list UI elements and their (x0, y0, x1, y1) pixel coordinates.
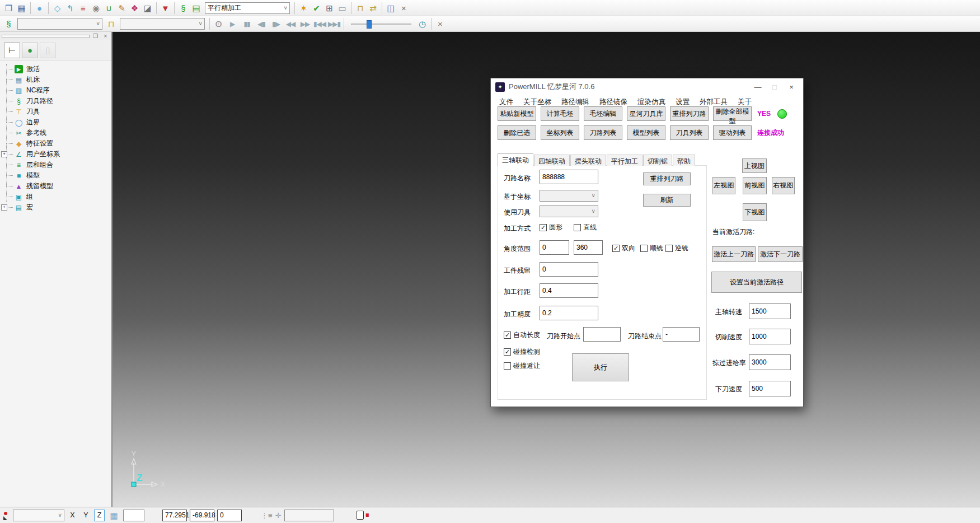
slider-thumb[interactable] (367, 20, 372, 29)
action-button-r2-0[interactable]: 删除已选 (498, 125, 536, 140)
pencil-edit-icon[interactable]: ✎ (115, 2, 128, 15)
toolpath-spring-icon[interactable]: § (177, 2, 190, 15)
spindle-speed-input[interactable] (749, 303, 791, 319)
tree-item-macros[interactable]: +▤宏 (0, 202, 111, 213)
action-button-r1-4[interactable]: 重排列刀路 (670, 106, 709, 121)
menu-item-3[interactable]: 路径镜像 (594, 97, 632, 107)
axis-x-button[interactable]: X (67, 510, 78, 521)
plunge-feed-input[interactable] (749, 381, 791, 396)
feedrate-icon[interactable]: ≡ (77, 2, 90, 15)
action-button-r2-5[interactable]: 驱动列表 (713, 125, 752, 140)
drill-icon[interactable]: ▼ (159, 2, 172, 15)
dialog-tab-2[interactable]: 摆头联动 (570, 155, 606, 166)
action-button-r1-5[interactable]: 删除全部模型 (713, 106, 752, 121)
skip-start-icon[interactable]: ▮◀◀ (312, 17, 327, 30)
tab-explorer-tree[interactable]: ⊢ (4, 43, 20, 58)
simulate-star-icon[interactable]: ✶ (297, 2, 310, 15)
clock-icon[interactable]: ◷ (416, 17, 429, 30)
graphics-viewport[interactable]: Y X Z ✦ PowerMILL 忆梦星河 7.0.6 — □ × 文件关于坐… (112, 32, 980, 507)
panel-grip[interactable]: ❐ × (0, 32, 111, 40)
dialog-tab-3[interactable]: 平行加工 (607, 155, 643, 166)
skip-end-icon[interactable]: ▶▶▮ (327, 17, 341, 30)
stock-allowance-input[interactable] (540, 262, 598, 277)
fast-forward-icon[interactable]: ▶▶ (298, 17, 312, 30)
tree-item-patterns[interactable]: ✂参考线 (0, 128, 111, 138)
tree-item-toolpaths[interactable]: §刀具路径 (0, 96, 111, 106)
save-icon[interactable]: ▦ (15, 2, 28, 15)
tree-item-levels-sets[interactable]: ≡层和组合 (0, 160, 111, 170)
menu-item-4[interactable]: 渲染仿真 (632, 97, 670, 107)
angle-to-input[interactable] (574, 240, 603, 255)
tool-pair-icon[interactable]: ⊓ (354, 2, 367, 15)
checkbox-line[interactable]: ✓直线 (574, 223, 597, 232)
tree-item-nc-programs[interactable]: ▥NC程序 (0, 85, 111, 96)
strategy-list-icon[interactable]: ▤ (190, 2, 203, 15)
float-panel-icon[interactable]: ❐ (91, 32, 100, 40)
rearrange-toolpaths-button[interactable]: 重排列刀路 (643, 172, 691, 185)
expand-icon[interactable]: + (1, 151, 7, 157)
speed-slider[interactable] (351, 19, 411, 29)
action-button-r1-1[interactable]: 计算毛坯 (541, 106, 579, 121)
tab-explorer-world[interactable]: ● (22, 43, 38, 58)
dialog-tab-5[interactable]: 帮助 (673, 155, 695, 166)
clipboard-pause-icon[interactable] (357, 511, 364, 520)
action-button-r2-3[interactable]: 模型列表 (627, 125, 665, 140)
checkbox-auto-length[interactable]: ✓自动长度 (504, 330, 540, 340)
tree-item-boundaries[interactable]: ◯边界 (0, 117, 111, 128)
menu-item-6[interactable]: 外部工具 (695, 97, 733, 107)
panel-scrollbar[interactable] (2, 35, 90, 38)
step-back-icon[interactable]: ◀▮ (254, 17, 269, 30)
action-button-r2-4[interactable]: 刀具列表 (670, 125, 709, 140)
menu-item-5[interactable]: 设置 (670, 97, 695, 107)
close-button[interactable]: × (783, 81, 800, 93)
tool-delete-icon[interactable]: ◪ (141, 2, 154, 15)
coord-base-select[interactable]: ˅ (540, 190, 598, 202)
expand-icon[interactable]: + (1, 204, 7, 211)
tab-explorer-trash[interactable]: ▯ (40, 43, 56, 58)
sim-tool-select[interactable]: ˅ (120, 18, 205, 30)
close-panel-icon[interactable]: × (101, 32, 110, 40)
block-icon[interactable]: ◇ (51, 2, 64, 15)
rewind-icon[interactable]: ◀◀ (283, 17, 298, 30)
cutting-feed-input[interactable] (749, 329, 791, 344)
verify-check-icon[interactable]: ✔ (310, 2, 323, 15)
workplane-select[interactable]: ˅ (13, 510, 64, 521)
menu-item-1[interactable]: 关于坐标 (518, 97, 556, 107)
menu-item-0[interactable]: 文件 (494, 97, 518, 107)
bulb-icon[interactable]: ʘ (212, 17, 225, 30)
refresh-button[interactable]: 刷新 (643, 194, 691, 207)
checkbox-collision-check[interactable]: ✓碰撞检测 (504, 347, 540, 357)
pause-icon[interactable]: ▮▮ (240, 17, 254, 30)
tree-item-activate[interactable]: ►激活 (0, 64, 111, 74)
checkbox-collision-avoid[interactable]: ✓碰撞避让 (504, 361, 540, 371)
skim-feed-input[interactable] (749, 354, 791, 370)
transform-arrows-icon[interactable]: ⇄ (367, 2, 379, 15)
tree-item-tools[interactable]: ⊤刀具 (0, 106, 111, 117)
coordinate-y-field[interactable]: -69.918 (190, 510, 214, 521)
points-icon[interactable]: ❖ (128, 2, 141, 15)
grid-snap-icon[interactable]: ▦ (107, 509, 120, 522)
dialog-titlebar[interactable]: ✦ PowerMILL 忆梦星河 7.0.6 — □ × (491, 78, 803, 95)
view-top-button[interactable]: 上视图 (742, 158, 767, 173)
cylinders-icon[interactable]: ◫ (385, 2, 397, 15)
toolpath-name-input[interactable] (540, 170, 598, 184)
menu-item-7[interactable]: 关于 (733, 97, 757, 107)
action-button-r1-0[interactable]: 粘贴新模型 (498, 106, 536, 121)
execute-button[interactable]: 执行 (572, 353, 629, 381)
action-button-r2-1[interactable]: 坐标列表 (541, 125, 579, 140)
action-button-r1-3[interactable]: 星河刀具库 (627, 106, 665, 121)
ruler-icon[interactable]: ▭ (336, 2, 349, 15)
grid-size-field[interactable] (123, 510, 144, 521)
tree-item-feature-sets[interactable]: ◆特征设置 (0, 138, 111, 149)
tree-item-groups[interactable]: ▣组 (0, 192, 111, 202)
step-forward-icon[interactable]: ▮▶ (269, 17, 283, 30)
start-point-input[interactable] (583, 327, 621, 342)
checkbox-bidirectional[interactable]: ✓双向 (612, 244, 635, 253)
axis-z-button[interactable]: Z (94, 510, 105, 521)
sim-toolpath-select[interactable]: ˅ (17, 18, 102, 30)
coordinate-x-field[interactable]: 77.2951 (162, 510, 187, 521)
tree-item-models[interactable]: ■模型 (0, 170, 111, 181)
set-active-path-button[interactable]: 设置当前激活路径 (711, 272, 802, 293)
open-file-icon[interactable]: ❒ (2, 2, 15, 15)
use-tool-select[interactable]: ˅ (540, 206, 598, 217)
